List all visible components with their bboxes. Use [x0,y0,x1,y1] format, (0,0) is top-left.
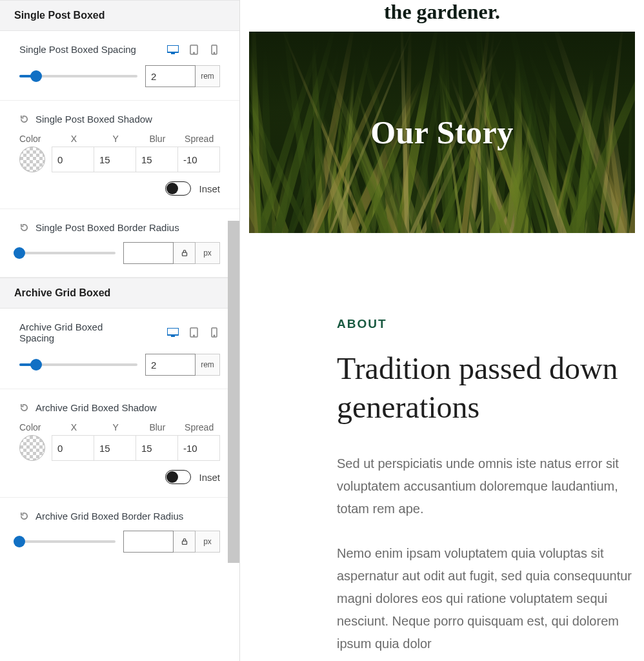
archive-radius-slider[interactable] [19,535,116,548]
single-post-shadow-label: Single Post Boxed Shadow [35,114,220,125]
link-values-button[interactable] [174,531,196,553]
single-post-radius-input[interactable] [123,242,174,264]
device-toggle-group [167,45,220,55]
archive-shadow-spread[interactable] [178,435,220,461]
preview-top-line: the gardener. [240,0,644,26]
archive-shadow-color[interactable] [19,435,45,461]
shadow-col-y: Y [95,134,137,144]
section-header-archive: Archive Grid Boxed [0,278,239,309]
desktop-icon[interactable] [167,327,179,338]
svg-rect-1 [171,53,175,54]
article-headline: Tradition passed down generations [337,349,644,427]
svg-point-12 [214,335,214,336]
archive-spacing-input[interactable] [145,354,196,376]
svg-rect-7 [167,328,179,335]
hero-title: Our Story [249,32,635,233]
desktop-icon[interactable] [167,45,179,55]
archive-shadow-inset-toggle[interactable] [165,470,191,484]
single-post-spacing-slider[interactable] [19,70,137,83]
archive-radius-unit[interactable]: px [196,531,220,553]
single-post-spacing-label: Single Post Boxed Spacing [19,44,136,55]
single-post-shadow-x[interactable] [52,147,94,172]
single-post-radius-unit[interactable]: px [196,242,220,264]
archive-radius-input[interactable] [123,531,174,553]
archive-spacing-slider[interactable] [19,358,137,371]
archive-shadow-inset-label: Inset [199,472,220,483]
article-content: ABOUT Tradition passed down generations … [240,233,644,655]
reset-icon[interactable] [19,223,29,232]
mobile-icon[interactable] [208,327,220,338]
svg-rect-13 [182,541,186,544]
single-post-shadow-color[interactable] [19,147,45,172]
single-post-shadow-inset-toggle[interactable] [165,181,191,196]
single-post-spacing-unit[interactable]: rem [196,65,220,87]
single-post-radius-slider[interactable] [19,247,116,259]
archive-shadow-control: Archive Grid Boxed Shadow Color X Y Blur… [0,389,239,498]
svg-point-10 [193,335,194,336]
article-para-1: Sed ut perspiciatis unde omnis iste natu… [337,453,644,520]
hero-image: Our Story [249,32,635,233]
single-post-spacing-input[interactable] [145,65,196,87]
svg-rect-0 [167,45,179,52]
shadow-col-y: Y [95,422,137,432]
single-post-shadow-y[interactable] [94,147,136,172]
device-toggle-group [167,327,220,338]
single-post-shadow-inset-label: Inset [199,183,220,194]
reset-icon[interactable] [19,403,29,412]
single-post-shadow-control: Single Post Boxed Shadow Color X Y Blur … [0,101,239,209]
single-post-radius-label: Single Post Boxed Border Radius [35,222,220,233]
shadow-col-blur: Blur [137,134,179,144]
shadow-col-color: Color [19,134,53,144]
preview-pane: the gardener. Our Story ABOUT Tradition … [240,0,644,661]
reset-icon[interactable] [19,511,29,521]
shadow-col-color: Color [19,422,53,432]
archive-shadow-x[interactable] [52,435,94,461]
shadow-col-x: X [53,134,95,144]
article-eyebrow: ABOUT [337,317,644,331]
single-post-shadow-blur[interactable] [136,147,178,172]
archive-spacing-label: Archive Grid Boxed Spacing [19,321,123,343]
shadow-col-spread: Spread [178,422,220,432]
archive-spacing-unit[interactable]: rem [196,354,220,376]
archive-shadow-blur[interactable] [136,435,178,461]
tablet-icon[interactable] [188,45,199,55]
shadow-col-x: X [53,422,95,432]
section-header-single-post: Single Post Boxed [0,0,239,31]
archive-radius-label: Archive Grid Boxed Border Radius [35,511,220,522]
svg-rect-8 [171,336,175,337]
archive-shadow-y[interactable] [94,435,136,461]
sidebar-scrollbar[interactable] [228,221,239,563]
tablet-icon[interactable] [188,327,199,338]
archive-radius-control: Archive Grid Boxed Border Radius px [0,498,239,565]
single-post-spacing-control: Single Post Boxed Spacing rem [0,31,239,101]
archive-spacing-control: Archive Grid Boxed Spacing rem [0,309,239,389]
customizer-sidebar: Single Post Boxed Single Post Boxed Spac… [0,0,240,661]
svg-rect-6 [182,252,186,256]
mobile-icon[interactable] [208,45,220,55]
reset-icon[interactable] [19,114,29,124]
shadow-col-spread: Spread [178,134,220,144]
article-para-2: Nemo enim ipsam voluptatem quia voluptas… [337,542,644,655]
single-post-shadow-spread[interactable] [178,147,220,172]
archive-shadow-label: Archive Grid Boxed Shadow [35,402,220,413]
link-values-button[interactable] [174,242,196,264]
single-post-radius-control: Single Post Boxed Border Radius px [0,209,239,278]
svg-point-5 [214,52,214,53]
svg-point-3 [193,52,194,53]
shadow-col-blur: Blur [137,422,179,432]
